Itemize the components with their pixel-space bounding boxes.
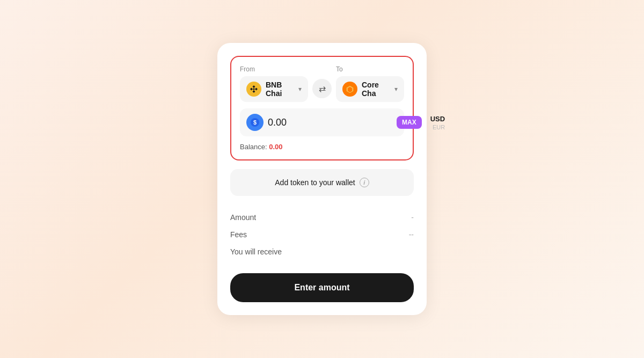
from-label: From xyxy=(240,65,308,73)
amount-detail-row: Amount - xyxy=(230,209,414,226)
from-chain-name: BNB Chai xyxy=(266,81,294,98)
receive-detail-label: You will receive xyxy=(230,247,282,256)
svg-text:$: $ xyxy=(253,119,257,126)
balance-row: Balance: 0.00 xyxy=(240,143,404,151)
amount-detail-value: - xyxy=(411,213,414,222)
core-icon xyxy=(342,82,357,97)
from-chain-selector[interactable]: BNB Chai ▾ xyxy=(240,76,308,102)
from-chevron-icon: ▾ xyxy=(298,85,302,93)
info-icon: i xyxy=(360,178,369,187)
bnb-icon xyxy=(246,82,261,97)
balance-label: Balance: xyxy=(240,143,267,151)
currency-usd: USD xyxy=(430,115,445,123)
details-section: Amount - Fees -- You will receive xyxy=(230,209,414,260)
swap-button[interactable]: ⇄ xyxy=(312,79,332,98)
receive-detail-row: You will receive xyxy=(230,243,414,260)
amount-input[interactable] xyxy=(268,117,392,128)
chain-row: From BNB Chai ▾ xyxy=(240,65,404,102)
to-label: To xyxy=(336,65,404,73)
enter-amount-button[interactable]: Enter amount xyxy=(230,273,414,302)
token-icon: $ xyxy=(246,114,264,131)
to-group: To Core Cha ▾ xyxy=(336,65,404,102)
amount-row: $ MAX USD EUR xyxy=(240,108,404,136)
add-token-button[interactable]: Add token to your wallet i xyxy=(230,169,414,196)
swap-icon: ⇄ xyxy=(319,84,326,94)
chain-section: From BNB Chai ▾ xyxy=(230,56,414,160)
currency-group: USD EUR xyxy=(430,115,445,130)
fees-detail-row: Fees -- xyxy=(230,226,414,243)
currency-eur: EUR xyxy=(433,124,445,130)
to-chevron-icon: ▾ xyxy=(394,85,398,93)
fees-detail-label: Fees xyxy=(230,230,247,239)
max-button[interactable]: MAX xyxy=(397,116,422,129)
to-chain-selector[interactable]: Core Cha ▾ xyxy=(336,76,404,102)
from-group: From BNB Chai ▾ xyxy=(240,65,308,102)
amount-detail-label: Amount xyxy=(230,213,256,222)
fees-detail-value: -- xyxy=(409,230,414,239)
bridge-card: From BNB Chai ▾ xyxy=(217,43,427,315)
add-token-label: Add token to your wallet xyxy=(275,178,355,187)
balance-value: 0.00 xyxy=(269,143,282,151)
to-chain-name: Core Cha xyxy=(362,81,390,98)
